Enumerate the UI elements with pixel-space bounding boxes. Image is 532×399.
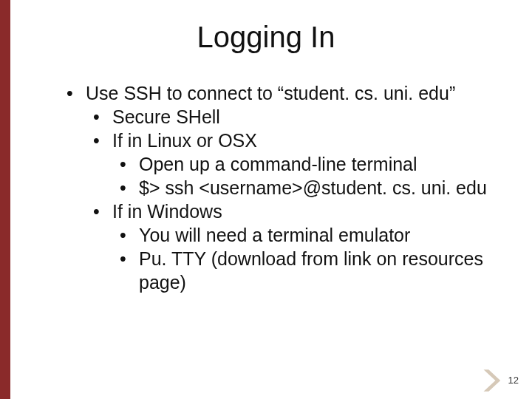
bullet-level3: You will need a terminal emulator (120, 223, 502, 247)
bullet-text: Pu. TTY (download from link on resources… (139, 248, 483, 293)
bullet-level1: Use SSH to connect to “student. cs. uni.… (66, 81, 502, 294)
bullet-text: $> ssh <username>@student. cs. uni. edu (139, 177, 487, 198)
bullet-text: Open up a command-line terminal (139, 154, 417, 174)
bullet-text: Use SSH to connect to “student. cs. uni.… (86, 83, 455, 103)
slide-body: Use SSH to connect to “student. cs. uni.… (66, 81, 502, 294)
bullet-level3: Open up a command-line terminal (120, 152, 502, 176)
bullet-level2: If in Linux or OSX Open up a command-lin… (93, 129, 502, 200)
bullet-text: If in Windows (112, 201, 222, 222)
bullet-text: If in Linux or OSX (112, 130, 257, 151)
bullet-level2: Secure SHell (93, 105, 502, 129)
bullet-level2: If in Windows You will need a terminal e… (93, 200, 502, 294)
slide-title: Logging In (0, 21, 532, 54)
bullet-text: Secure SHell (112, 106, 220, 127)
accent-bar (0, 0, 10, 399)
chevron-right-icon (480, 368, 505, 393)
bullet-text: You will need a terminal emulator (139, 225, 410, 245)
bullet-level3: $> ssh <username>@student. cs. uni. edu (120, 176, 502, 200)
page-number: 12 (508, 375, 519, 386)
bullet-level3: Pu. TTY (download from link on resources… (120, 247, 502, 294)
